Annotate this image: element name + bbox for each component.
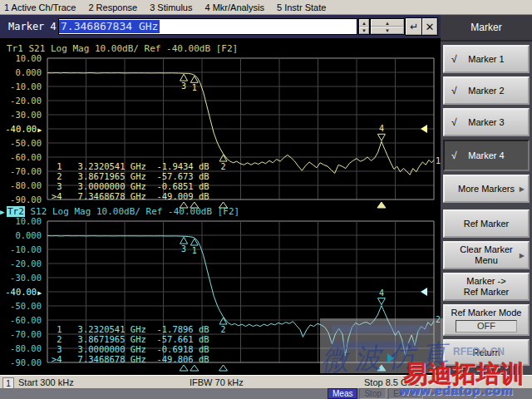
softkey-marker-3[interactable]: √Marker 3: [443, 108, 530, 136]
menu-bar: 1 Active Ch/Trace2 Response3 Stimulus4 M…: [0, 0, 532, 15]
trace-format-text: S12 Log Mag 10.00dB/ Ref -40.00dB [F2]: [25, 206, 239, 217]
status-indicator-stop: Stop: [359, 388, 387, 399]
svg-text:3: 3: [181, 81, 186, 91]
softkey-state-value: OFF: [456, 320, 517, 332]
stimulus-marker-4-icon[interactable]: [377, 202, 386, 208]
marker-table-row: 2 3.8671965 GHz -57.673 dB: [52, 171, 209, 181]
softkey-label: Ref Marker: [464, 219, 509, 229]
marker-table-tr1: 1 3.2320541 GHz -1.9434 dB 2 3.8671965 G…: [52, 161, 209, 201]
y-tick-label: 0.000: [2, 231, 42, 240]
marker-3-symbol[interactable]: 3: [180, 74, 188, 91]
marker-4-symbol[interactable]: 4: [377, 124, 385, 140]
submenu-arrow-icon: ▶: [520, 250, 525, 261]
stimulus-marker-2-icon[interactable]: [219, 365, 228, 371]
y-tick-label: -90.00: [2, 358, 42, 367]
softkey-label: Marker 2: [468, 86, 504, 96]
menu-item-2[interactable]: 2 Response: [88, 2, 137, 12]
y-tick-label: -30.00: [2, 273, 42, 283]
step-down-icon[interactable]: ▼: [359, 27, 369, 34]
fine-stepper[interactable]: ▲ ▼: [358, 18, 370, 35]
check-icon: √: [451, 54, 457, 65]
softkey-panel: Marker √Marker 1√Marker 2√Marker 3√Marke…: [441, 15, 532, 399]
vna-screen: 1 Active Ch/Trace2 Response3 Stimulus4 M…: [0, 0, 532, 399]
svg-text:3: 3: [181, 244, 186, 254]
softkey-marker-to-ref-marker[interactable]: Marker ->Ref Marker: [443, 273, 530, 301]
step-up-icon[interactable]: ▲: [359, 19, 369, 27]
softkey-label: More Markers: [458, 184, 515, 195]
softkey-label: Clear Marker: [460, 244, 513, 255]
menu-item-3[interactable]: 3 Stimulus: [150, 2, 192, 12]
marker-table-row: 1 3.2320541 GHz -1.7896 dB: [52, 324, 209, 334]
status-indicator-extref: ExtRef: [388, 388, 423, 399]
softkey-marker-1[interactable]: √Marker 1: [443, 45, 530, 73]
enter-button[interactable]: ↵: [406, 18, 422, 35]
softkey-label: Marker 4: [468, 150, 504, 161]
svg-text:4: 4: [379, 124, 384, 133]
y-tick-label: -90.00: [2, 195, 42, 204]
menu-item-5[interactable]: 5 Instr State: [277, 2, 326, 12]
softkey-label: Ref Marker Mode: [451, 308, 522, 318]
marker-table-row: 2 3.8671965 GHz -57.661 dB: [52, 334, 209, 344]
y-tick-label: -60.00: [2, 153, 42, 162]
y-tick-label: 0.000: [2, 68, 42, 77]
stop-frequency-label: Stop 8.5 GHz: [364, 377, 419, 387]
softkey-ref-marker[interactable]: Ref Marker: [443, 209, 530, 238]
y-tick-label: -40.00▶: [2, 288, 42, 297]
ifbw-label: IFBW 70 kHz: [190, 377, 244, 387]
y-tick-label: -80.00: [2, 181, 42, 190]
marker-table-row: >4 7.3468678 GHz -49.009 dB: [52, 191, 209, 201]
coarse-stepper[interactable]: ▲ ▼: [370, 18, 405, 35]
submenu-arrow-icon: ▶: [520, 184, 525, 195]
softkey-label: Return: [472, 347, 500, 358]
check-icon: √: [451, 150, 457, 161]
marker-1-symbol[interactable]: 1: [190, 239, 198, 255]
stimulus-marker-3-icon[interactable]: [180, 365, 188, 371]
softkey-panel-title: Marker: [441, 15, 532, 42]
y-tick-label: -50.00: [2, 139, 42, 148]
close-icon[interactable]: ✕: [422, 18, 437, 35]
y-tick-label: 10.00: [2, 54, 42, 63]
y-tick-label: -60.00: [2, 316, 42, 325]
y-tick-label: -10.00: [2, 82, 42, 91]
marker-4-symbol[interactable]: 4: [377, 288, 385, 305]
status-indicator-meas[interactable]: Meas: [328, 388, 357, 399]
svg-text:1: 1: [192, 83, 197, 92]
ref-level-arrow-icon: ▶: [37, 126, 42, 134]
marker-3-symbol[interactable]: 3: [180, 237, 188, 254]
svg-text:1: 1: [192, 246, 197, 255]
marker-value-input[interactable]: 7.346867834 GHz: [58, 18, 357, 35]
stimulus-marker-1-icon[interactable]: [190, 365, 199, 371]
softkey-clear-marker-menu[interactable]: Clear MarkerMenu▶: [443, 241, 530, 269]
svg-text:2: 2: [221, 325, 226, 334]
menu-item-1[interactable]: 1 Active Ch/Trace: [4, 2, 76, 12]
marker-1-symbol[interactable]: 1: [190, 76, 198, 92]
softkey-more-markers[interactable]: More Markers▶: [443, 175, 530, 203]
plot-area: 3124131242 Tr1 S21 Log Mag 10.00dB/ Ref …: [0, 38, 441, 375]
marker-table-row: 3 3.0000000 GHz -0.6851 dB: [52, 181, 209, 191]
softkey-label: Marker 1: [468, 54, 504, 65]
active-trace-arrow-icon: ▶: [0, 208, 7, 216]
marker-table-row: 1 3.2320541 GHz -1.9434 dB: [52, 161, 209, 171]
check-icon: √: [451, 86, 457, 96]
trace-format-text: S21 Log Mag 10.00dB/ Ref -40.00dB [F2]: [23, 43, 238, 54]
menu-item-4[interactable]: 4 Mkr/Analysis: [204, 2, 264, 12]
check-icon: √: [451, 117, 457, 128]
marker-table-tr2: 1 3.2320541 GHz -1.7896 dB 2 3.8671965 G…: [52, 324, 209, 364]
stimulus-marker-4-icon[interactable]: [377, 365, 386, 371]
y-tick-label: -40.00▶: [2, 125, 42, 134]
softkey-marker-2[interactable]: √Marker 2: [443, 76, 530, 105]
y-tick-label: -20.00: [2, 96, 42, 106]
y-tick-label: -80.00: [2, 344, 42, 353]
softkey-label: Menu: [475, 255, 498, 266]
softkey-ref-marker-mode[interactable]: Ref Marker ModeOFF: [443, 304, 530, 336]
softkey-marker-4[interactable]: √Marker 4: [443, 140, 530, 171]
softkey-return[interactable]: Return: [443, 339, 530, 366]
y-axis-labels: 10.000.000-10.00-20.00-30.00-40.00▶-50.0…: [2, 58, 42, 200]
step-down-icon[interactable]: ▼: [371, 27, 404, 34]
status-bar: 1 Start 300 kHz IFBW 70 kHz Stop 8.5 GHz: [0, 375, 532, 389]
y-tick-label: 10.00: [2, 217, 42, 226]
y-tick-label: -30.00: [2, 111, 42, 120]
step-up-icon[interactable]: ▲: [371, 19, 404, 27]
entry-label: Marker 4: [8, 21, 57, 32]
instrument-status-strip: MeasStopExtRef: [0, 388, 532, 399]
